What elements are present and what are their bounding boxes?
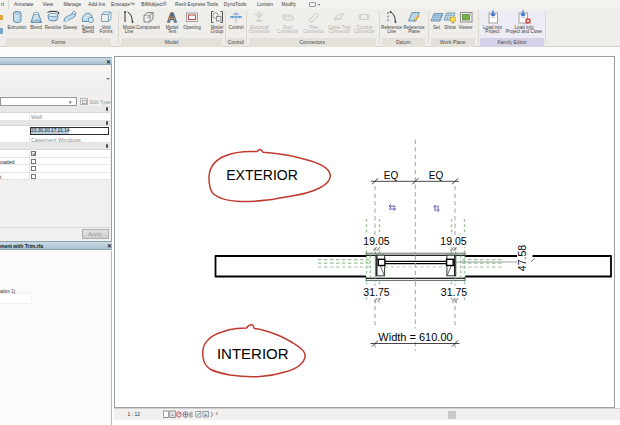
svg-text:47.58: 47.58 <box>516 245 528 271</box>
svg-text:19.05: 19.05 <box>363 235 389 247</box>
svg-text:INTERIOR: INTERIOR <box>217 345 289 362</box>
svg-text:EXTERIOR: EXTERIOR <box>226 167 298 183</box>
svg-text:A: A <box>167 10 177 24</box>
svg-text:31.75: 31.75 <box>441 286 467 298</box>
svg-text:19.05: 19.05 <box>440 235 466 247</box>
svg-text:Width = 610.00: Width = 610.00 <box>378 331 452 343</box>
svg-text:31.75: 31.75 <box>363 286 389 298</box>
svg-text:EQ: EQ <box>384 170 399 181</box>
svg-text:EQ: EQ <box>429 170 444 181</box>
